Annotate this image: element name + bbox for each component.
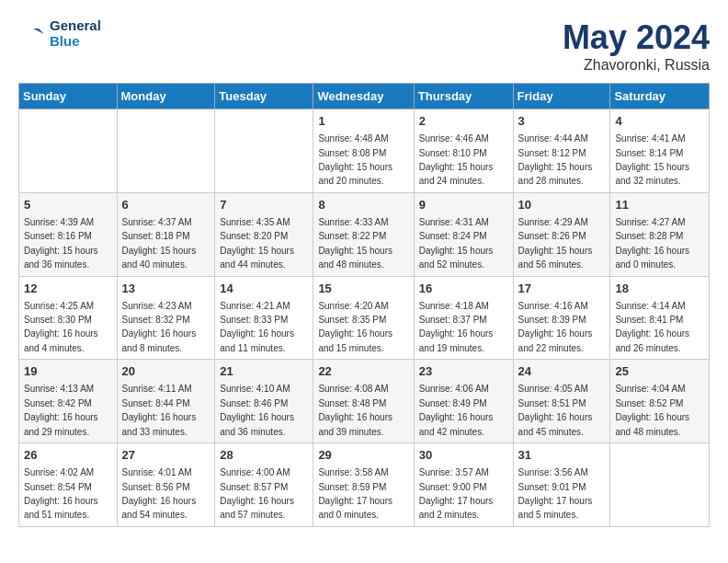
day-number: 15	[318, 281, 408, 297]
day-number: 21	[220, 363, 308, 380]
calendar-cell: 7Sunrise: 4:35 AM Sunset: 8:20 PM Daylig…	[215, 192, 313, 276]
logo-container: General Blue	[18, 18, 101, 49]
calendar-cell: 3Sunrise: 4:44 AM Sunset: 8:12 PM Daylig…	[513, 109, 610, 193]
calendar-cell: 21Sunrise: 4:10 AM Sunset: 8:46 PM Dayli…	[215, 360, 313, 443]
calendar-cell: 25Sunrise: 4:04 AM Sunset: 8:52 PM Dayli…	[610, 360, 710, 443]
day-number: 22	[318, 363, 408, 380]
day-info: Sunrise: 4:16 AM Sunset: 8:39 PM Dayligh…	[518, 301, 593, 353]
day-number: 6	[122, 197, 210, 213]
day-info: Sunrise: 4:01 AM Sunset: 8:56 PM Dayligh…	[122, 467, 197, 520]
week-row: 26Sunrise: 4:02 AM Sunset: 8:54 PM Dayli…	[19, 443, 710, 527]
svg-marker-1	[33, 29, 44, 34]
day-number: 27	[122, 447, 210, 464]
calendar-cell: 4Sunrise: 4:41 AM Sunset: 8:14 PM Daylig…	[610, 109, 710, 193]
day-info: Sunrise: 4:10 AM Sunset: 8:46 PM Dayligh…	[220, 384, 294, 436]
calendar-cell: 2Sunrise: 4:46 AM Sunset: 8:10 PM Daylig…	[414, 109, 513, 193]
day-number: 18	[615, 281, 704, 297]
day-number: 19	[24, 363, 112, 380]
day-info: Sunrise: 4:25 AM Sunset: 8:30 PM Dayligh…	[24, 301, 98, 353]
calendar-cell: 20Sunrise: 4:11 AM Sunset: 8:44 PM Dayli…	[117, 360, 215, 443]
calendar-cell: 22Sunrise: 4:08 AM Sunset: 8:48 PM Dayli…	[313, 360, 414, 443]
day-number: 4	[615, 113, 704, 130]
day-info: Sunrise: 4:13 AM Sunset: 8:42 PM Dayligh…	[24, 384, 98, 436]
calendar-cell: 10Sunrise: 4:29 AM Sunset: 8:26 PM Dayli…	[513, 192, 610, 276]
calendar-cell: 15Sunrise: 4:20 AM Sunset: 8:35 PM Dayli…	[313, 276, 414, 360]
day-info: Sunrise: 4:33 AM Sunset: 8:22 PM Dayligh…	[318, 217, 392, 270]
day-info: Sunrise: 4:14 AM Sunset: 8:41 PM Dayligh…	[615, 301, 689, 353]
calendar-cell: 13Sunrise: 4:23 AM Sunset: 8:32 PM Dayli…	[117, 276, 215, 360]
day-info: Sunrise: 4:06 AM Sunset: 8:49 PM Dayligh…	[419, 384, 494, 436]
day-number: 12	[24, 281, 112, 297]
calendar-cell	[19, 109, 118, 193]
calendar-cell: 24Sunrise: 4:05 AM Sunset: 8:51 PM Dayli…	[513, 360, 610, 443]
day-number: 24	[518, 363, 606, 380]
day-number: 13	[122, 281, 210, 297]
day-info: Sunrise: 4:37 AM Sunset: 8:18 PM Dayligh…	[122, 217, 197, 270]
calendar-cell: 1Sunrise: 4:48 AM Sunset: 8:08 PM Daylig…	[313, 109, 414, 193]
day-info: Sunrise: 4:29 AM Sunset: 8:26 PM Dayligh…	[518, 217, 593, 270]
day-number: 11	[615, 197, 704, 213]
day-info: Sunrise: 4:02 AM Sunset: 8:54 PM Dayligh…	[24, 467, 98, 520]
week-row: 19Sunrise: 4:13 AM Sunset: 8:42 PM Dayli…	[19, 360, 710, 443]
calendar-cell: 14Sunrise: 4:21 AM Sunset: 8:33 PM Dayli…	[215, 276, 313, 360]
day-number: 20	[122, 363, 210, 380]
calendar-cell: 30Sunrise: 3:57 AM Sunset: 9:00 PM Dayli…	[414, 443, 513, 527]
calendar-cell: 28Sunrise: 4:00 AM Sunset: 8:57 PM Dayli…	[215, 443, 313, 527]
day-number: 26	[24, 447, 112, 464]
logo-text-blue: Blue	[50, 34, 101, 50]
day-number: 31	[518, 447, 606, 464]
month-title: May 2024	[563, 18, 710, 57]
day-number: 5	[24, 197, 112, 213]
header-row: SundayMondayTuesdayWednesdayThursdayFrid…	[19, 84, 710, 109]
day-number: 3	[518, 113, 606, 130]
day-info: Sunrise: 3:56 AM Sunset: 9:01 PM Dayligh…	[518, 467, 593, 520]
header-friday: Friday	[513, 84, 610, 109]
day-info: Sunrise: 4:41 AM Sunset: 8:14 PM Dayligh…	[615, 133, 689, 186]
day-info: Sunrise: 4:35 AM Sunset: 8:20 PM Dayligh…	[220, 217, 294, 270]
calendar-cell: 31Sunrise: 3:56 AM Sunset: 9:01 PM Dayli…	[513, 443, 610, 527]
day-info: Sunrise: 4:00 AM Sunset: 8:57 PM Dayligh…	[220, 467, 294, 520]
day-info: Sunrise: 4:46 AM Sunset: 8:10 PM Dayligh…	[419, 133, 494, 186]
calendar-cell: 17Sunrise: 4:16 AM Sunset: 8:39 PM Dayli…	[513, 276, 610, 360]
calendar-cell	[117, 109, 215, 193]
header-sunday: Sunday	[19, 84, 118, 109]
calendar-cell: 19Sunrise: 4:13 AM Sunset: 8:42 PM Dayli…	[19, 360, 118, 443]
calendar-cell: 8Sunrise: 4:33 AM Sunset: 8:22 PM Daylig…	[313, 192, 414, 276]
day-number: 28	[220, 447, 308, 464]
day-info: Sunrise: 4:18 AM Sunset: 8:37 PM Dayligh…	[419, 301, 494, 353]
title-block: May 2024 Zhavoronki, Russia	[563, 18, 710, 74]
calendar-cell: 12Sunrise: 4:25 AM Sunset: 8:30 PM Dayli…	[19, 276, 118, 360]
day-number: 16	[419, 281, 508, 297]
week-row: 1Sunrise: 4:48 AM Sunset: 8:08 PM Daylig…	[19, 109, 710, 193]
calendar-table: SundayMondayTuesdayWednesdayThursdayFrid…	[18, 83, 710, 527]
day-info: Sunrise: 4:31 AM Sunset: 8:24 PM Dayligh…	[419, 217, 494, 270]
day-number: 1	[318, 113, 408, 130]
day-info: Sunrise: 4:44 AM Sunset: 8:12 PM Dayligh…	[518, 133, 593, 186]
calendar-cell	[610, 443, 710, 527]
day-number: 30	[419, 447, 508, 464]
calendar-cell: 27Sunrise: 4:01 AM Sunset: 8:56 PM Dayli…	[117, 443, 215, 527]
day-number: 14	[220, 281, 308, 297]
page-header: General Blue May 2024 Zhavoronki, Russia	[18, 18, 710, 74]
day-number: 9	[419, 197, 508, 213]
logo-text-general: General	[50, 18, 101, 34]
day-info: Sunrise: 4:11 AM Sunset: 8:44 PM Dayligh…	[122, 384, 197, 436]
day-info: Sunrise: 4:23 AM Sunset: 8:32 PM Dayligh…	[122, 301, 197, 353]
day-info: Sunrise: 3:57 AM Sunset: 9:00 PM Dayligh…	[419, 467, 494, 520]
calendar-cell: 9Sunrise: 4:31 AM Sunset: 8:24 PM Daylig…	[414, 192, 513, 276]
day-info: Sunrise: 4:21 AM Sunset: 8:33 PM Dayligh…	[220, 301, 294, 353]
header-saturday: Saturday	[610, 84, 710, 109]
calendar-cell: 6Sunrise: 4:37 AM Sunset: 8:18 PM Daylig…	[117, 192, 215, 276]
week-row: 12Sunrise: 4:25 AM Sunset: 8:30 PM Dayli…	[19, 276, 710, 360]
day-info: Sunrise: 3:58 AM Sunset: 8:59 PM Dayligh…	[318, 467, 392, 520]
day-number: 8	[318, 197, 408, 213]
day-info: Sunrise: 4:39 AM Sunset: 8:16 PM Dayligh…	[24, 217, 98, 270]
calendar-cell: 11Sunrise: 4:27 AM Sunset: 8:28 PM Dayli…	[610, 192, 710, 276]
day-number: 7	[220, 197, 308, 213]
calendar-cell	[215, 109, 313, 193]
location: Zhavoronki, Russia	[563, 57, 710, 74]
calendar-cell: 18Sunrise: 4:14 AM Sunset: 8:41 PM Dayli…	[610, 276, 710, 360]
header-thursday: Thursday	[414, 84, 513, 109]
header-monday: Monday	[117, 84, 215, 109]
day-info: Sunrise: 4:05 AM Sunset: 8:51 PM Dayligh…	[518, 384, 593, 436]
